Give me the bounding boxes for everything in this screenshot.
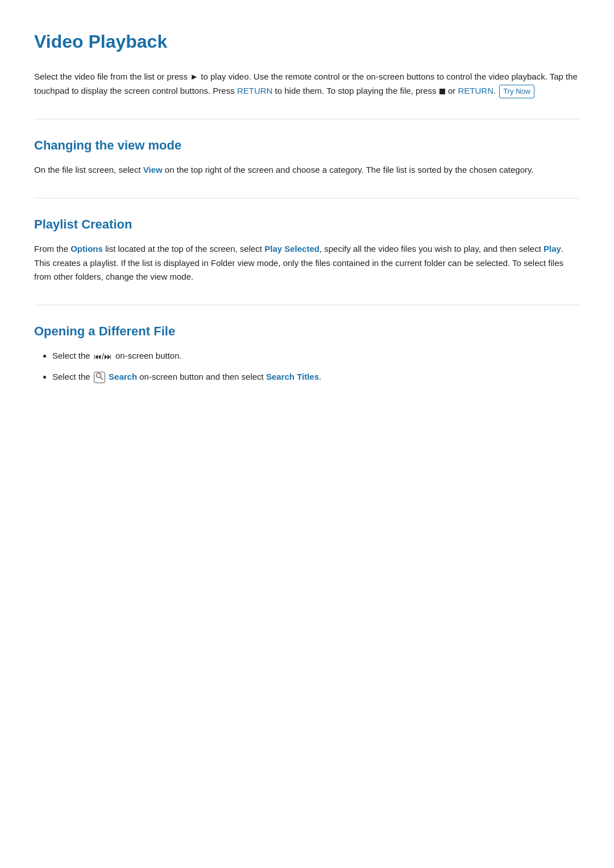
skip-icon: ⏮/⏭ [94, 352, 112, 361]
opening-different-file-list: Select the ⏮/⏭ on-screen button. Select … [34, 349, 580, 384]
bullet-skip-before: Select the [52, 351, 90, 360]
list-item-search: Select the Search on-screen button and t… [52, 370, 580, 384]
pc-after-play-selected: , specify all the video files you wish t… [320, 244, 541, 254]
bullet-search-after-text: on-screen button and then select [139, 372, 263, 381]
list-item-skip: Select the ⏮/⏭ on-screen button. [52, 349, 580, 363]
intro-or-text: or [448, 86, 455, 95]
section-changing-view-mode: Changing the view mode On the file list … [34, 135, 580, 177]
pc-play-label-text: Play [544, 244, 561, 254]
pc-after-options-text: list located at the top of the screen, s… [105, 244, 262, 254]
cvm-after-view-text: on the top right of the screen and choos… [165, 165, 534, 175]
intro-paragraph: Select the video file from the list or p… [34, 70, 580, 98]
search-svg-icon [96, 372, 103, 380]
bullet-skip-after: on-screen button. [115, 351, 182, 360]
svg-line-1 [100, 377, 102, 380]
bullet-search-label-text: Search [109, 372, 137, 381]
divider-3 [34, 305, 580, 305]
section-heading-opening-different-file: Opening a Different File [34, 321, 580, 341]
search-icon-inline [94, 372, 105, 383]
intro-period: . [493, 86, 498, 95]
section-heading-playlist-creation: Playlist Creation [34, 214, 580, 234]
page-title: Video Playback [34, 27, 580, 56]
divider-1 [34, 119, 580, 119]
cvm-before-view: On the file list screen, select [34, 165, 141, 175]
cvm-view-label-text: View [143, 165, 163, 175]
bullet-search-before: Select the [52, 372, 90, 381]
changing-view-mode-paragraph: On the file list screen, select View on … [34, 163, 580, 177]
section-opening-different-file: Opening a Different File Select the ⏮/⏭ … [34, 321, 580, 384]
intro-section: Select the video file from the list or p… [34, 70, 580, 98]
section-playlist-creation: Playlist Creation From the Options list … [34, 214, 580, 284]
pc-play-selected-text: Play Selected [264, 244, 320, 254]
pc-options-label-text: Options [70, 244, 103, 254]
pc-before-options: From the [34, 244, 68, 254]
bullet-search-titles-text: Search Titles [266, 372, 319, 381]
intro-return-2-label: RETURN [458, 86, 493, 95]
playlist-creation-paragraph: From the Options list located at the top… [34, 242, 580, 284]
try-now-badge[interactable]: Try Now [499, 85, 534, 98]
intro-return-1: RETURN [237, 86, 273, 95]
divider-2 [34, 198, 580, 198]
stop-icon [439, 89, 445, 94]
intro-to-hide: to hide them. To stop playing the file, … [275, 86, 437, 95]
bullet-search-end: . [319, 372, 321, 381]
section-heading-changing-view-mode: Changing the view mode [34, 135, 580, 155]
